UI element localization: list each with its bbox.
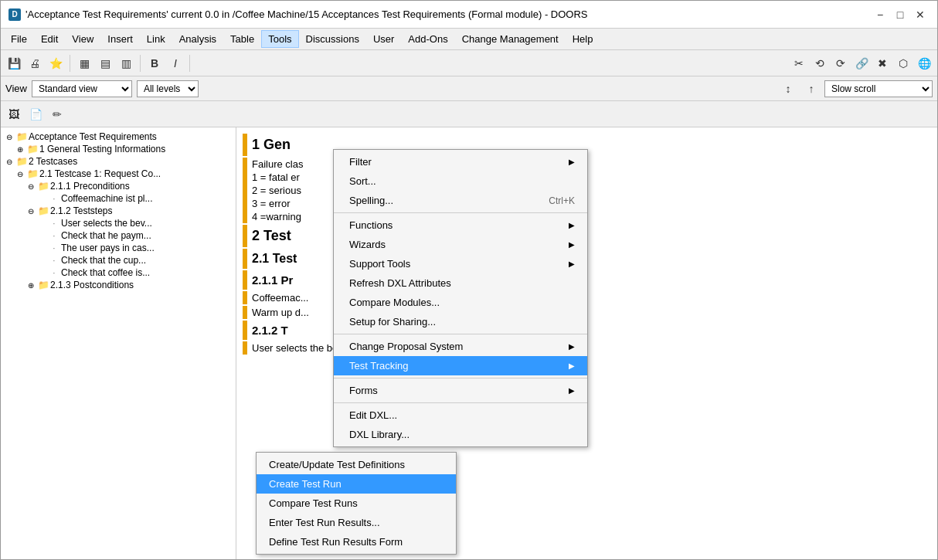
- menu-discussions[interactable]: Discussions: [299, 30, 366, 48]
- menu-sep-3: [334, 378, 587, 378]
- menubar: File Edit View Insert Link Analysis Tabl…: [1, 29, 937, 50]
- arrow-up-button[interactable]: ↑: [801, 79, 821, 99]
- failure-text: Failure clas: [252, 158, 303, 171]
- menu-analysis[interactable]: Analysis: [172, 30, 223, 48]
- save-icon: 💾: [8, 57, 21, 70]
- tree-item-t212a[interactable]: · · User selects the bev...: [1, 217, 236, 229]
- menu-user[interactable]: User: [366, 30, 401, 48]
- tree-item-t211a[interactable]: · · Coffeemachine ist pl...: [1, 192, 236, 205]
- tree-item-t212b[interactable]: · · Check that he paym...: [1, 229, 236, 242]
- menu-forms[interactable]: Forms ▶: [334, 381, 587, 400]
- minimize-button[interactable]: −: [871, 6, 889, 23]
- menu-test-tracking[interactable]: Test Tracking ▶: [334, 356, 587, 375]
- menu-filter[interactable]: Filter ▶: [334, 152, 587, 171]
- menu-table[interactable]: Table: [223, 30, 261, 48]
- right7-icon: 🌐: [918, 57, 931, 70]
- menu-link[interactable]: Link: [140, 30, 172, 48]
- slow-scroll-select[interactable]: Slow scroll: [824, 80, 933, 97]
- menu-support-tools[interactable]: Support Tools ▶: [334, 254, 587, 273]
- view-select[interactable]: Standard view: [32, 80, 132, 97]
- menu-functions[interactable]: Functions ▶: [334, 216, 587, 235]
- view1-button[interactable]: ▦: [74, 53, 94, 73]
- tree-item-t1[interactable]: ⊕ 📁 1 General Testing Informations: [1, 143, 236, 155]
- toolbar2-right: ↕ ↑ Slow scroll: [778, 79, 933, 99]
- menu-sep-2: [334, 334, 587, 334]
- menu-help[interactable]: Help: [566, 30, 600, 48]
- right4-button[interactable]: 🔗: [851, 53, 872, 73]
- save-button[interactable]: 💾: [4, 53, 24, 73]
- tree-item-t213[interactable]: ⊕ 📁 2.1.3 Postconditions: [1, 279, 236, 291]
- tree-root-expander: ⊖: [4, 131, 15, 142]
- refresh-dxl-label: Refresh DXL Attributes: [349, 277, 451, 289]
- edit1-button[interactable]: 🖼: [4, 104, 24, 124]
- view2-button[interactable]: ▤: [95, 53, 115, 73]
- menu-wizards[interactable]: Wizards ▶: [334, 235, 587, 254]
- tree-item-t212e[interactable]: · · Check that coffee is...: [1, 266, 236, 279]
- t211a-label: Coffeemachine ist pl...: [61, 193, 153, 204]
- line3-text: 3 = error: [252, 197, 303, 210]
- submenu-enter-test-results[interactable]: Enter Test Run Results...: [257, 513, 456, 532]
- menu-setup-sharing[interactable]: Setup for Sharing...: [334, 312, 587, 331]
- menu-file[interactable]: File: [4, 30, 34, 48]
- tree-item-t21[interactable]: ⊖ 📁 2.1 Testcase 1: Request Co...: [1, 168, 236, 180]
- t2-expander: ⊖: [4, 156, 15, 167]
- star-button[interactable]: ⭐: [46, 53, 66, 73]
- edit2-button[interactable]: 📄: [25, 104, 46, 124]
- menu-sep-1: [334, 212, 587, 213]
- right7-button[interactable]: 🌐: [914, 53, 934, 73]
- submenu-define-results-form[interactable]: Define Test Run Results Form: [257, 532, 456, 552]
- tree-root[interactable]: ⊖ 📁 Acceptance Test Requirements: [1, 131, 236, 143]
- t212d-icon: ·: [49, 255, 59, 266]
- print-button[interactable]: 🖨: [25, 53, 45, 73]
- menu-edit-dxl[interactable]: Edit DXL...: [334, 406, 587, 425]
- t212b-expander: ·: [36, 230, 47, 241]
- toolbar1: 💾 🖨 ⭐ ▦ ▤ ▥ B I ✂ ⟲ ⟳ 🔗 ✖ ⬡ 🌐: [1, 50, 937, 76]
- levels-select[interactable]: All levels: [137, 80, 199, 97]
- doc-heading-2: 2 Test: [252, 225, 291, 247]
- toolbar-sep-1: [70, 55, 70, 72]
- t1-expander: ⊕: [15, 144, 25, 154]
- menu-compare-modules[interactable]: Compare Modules...: [334, 293, 587, 312]
- line4-text: 4 =warning: [252, 210, 303, 223]
- maximize-button[interactable]: □: [891, 6, 909, 23]
- right5-button[interactable]: ✖: [872, 53, 892, 73]
- right1-button[interactable]: ✂: [789, 53, 809, 73]
- sort-az-button[interactable]: ↕: [778, 79, 798, 99]
- doc-heading-211: 2.1.1 Pr: [252, 270, 293, 290]
- submenu-create-test-run[interactable]: Create Test Run: [257, 474, 456, 494]
- doc-bar-user: [243, 341, 247, 355]
- bold-button[interactable]: B: [144, 53, 165, 73]
- menu-refresh-dxl[interactable]: Refresh DXL Attributes: [334, 273, 587, 293]
- tree-item-t2[interactable]: ⊖ 📁 2 Testcases: [1, 155, 236, 168]
- tree-item-t212[interactable]: ⊖ 📁 2.1.2 Teststeps: [1, 205, 236, 217]
- menu-addons[interactable]: Add-Ons: [401, 30, 454, 48]
- right4-icon: 🔗: [855, 57, 868, 70]
- menu-change-proposal[interactable]: Change Proposal System ▶: [334, 337, 587, 356]
- italic-button[interactable]: I: [165, 53, 185, 73]
- right6-button[interactable]: ⬡: [893, 53, 913, 73]
- tree-item-t211[interactable]: ⊖ 📁 2.1.1 Preconditions: [1, 180, 236, 192]
- menu-tools[interactable]: Tools: [261, 30, 298, 48]
- view3-button[interactable]: ▥: [116, 53, 136, 73]
- submenu-compare-test-runs[interactable]: Compare Test Runs: [257, 494, 456, 513]
- doc-bar-212: [243, 321, 247, 340]
- tree-item-t212c[interactable]: · · The user pays in cas...: [1, 242, 236, 254]
- menu-view[interactable]: View: [65, 30, 100, 48]
- submenu-create-update-defs[interactable]: Create/Update Test Definitions: [257, 455, 456, 474]
- right2-button[interactable]: ⟲: [810, 53, 830, 73]
- menu-sort[interactable]: Sort...: [334, 171, 587, 191]
- t211-label: 2.1.1 Preconditions: [50, 181, 130, 192]
- menu-spelling[interactable]: Spelling... Ctrl+K: [334, 191, 587, 210]
- right3-button[interactable]: ⟳: [831, 53, 851, 73]
- menu-change-mgmt[interactable]: Change Management: [455, 30, 566, 48]
- enter-test-results-label: Enter Test Run Results...: [269, 517, 380, 528]
- title-bar: D 'Acceptance Test Requirements' current…: [1, 1, 937, 29]
- close-button[interactable]: ✕: [911, 6, 930, 23]
- view3-icon: ▥: [121, 57, 131, 70]
- tree-item-t212d[interactable]: · · Check that the cup...: [1, 254, 236, 266]
- edit3-button[interactable]: ✏: [47, 104, 67, 124]
- menu-insert[interactable]: Insert: [100, 30, 140, 48]
- menu-edit[interactable]: Edit: [34, 30, 65, 48]
- main-window: D 'Acceptance Test Requirements' current…: [0, 0, 938, 560]
- menu-dxl-library[interactable]: DXL Library...: [334, 425, 587, 444]
